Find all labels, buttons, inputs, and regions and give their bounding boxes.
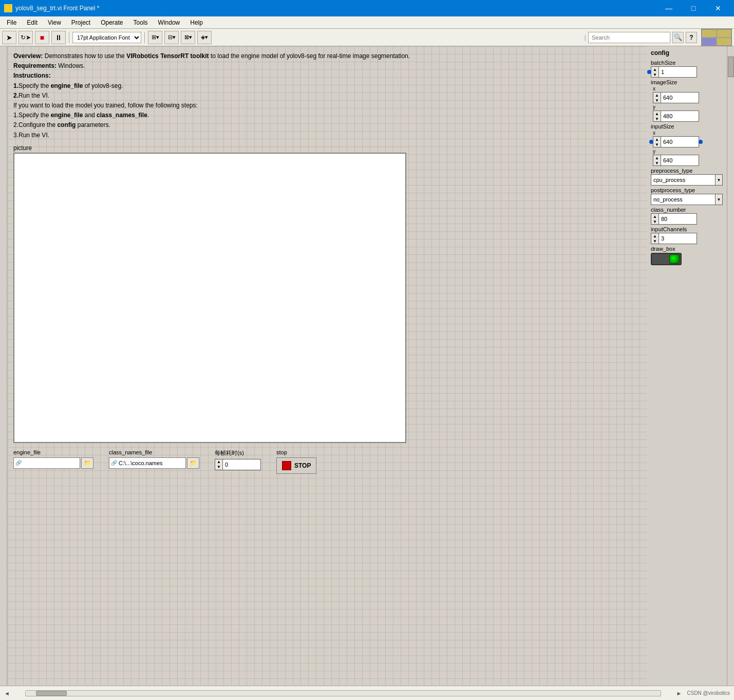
status-left-arrow[interactable]: ◄ bbox=[4, 690, 10, 696]
align-button[interactable]: ⊞▾ bbox=[148, 31, 162, 44]
batchsize-arrow-down[interactable]: ▼ bbox=[651, 72, 658, 77]
imagesize-y-field[interactable]: ▲ ▼ 480 bbox=[653, 110, 699, 122]
engine-file-box[interactable]: 🔗 bbox=[13, 457, 80, 469]
search-separator: | bbox=[585, 33, 586, 41]
inputsize-x-arrows[interactable]: ▲ ▼ bbox=[653, 137, 661, 147]
toolbar-right: | 🔍 ? bbox=[585, 29, 732, 46]
engine-file-input-group: 🔗 📁 bbox=[13, 457, 93, 469]
imagesize-x-arrows[interactable]: ▲ ▼ bbox=[653, 93, 661, 103]
right-scrollbar-thumb[interactable] bbox=[728, 57, 734, 77]
abort-button[interactable]: ■ bbox=[35, 31, 49, 44]
postprocess-type-field[interactable]: no_process ▼ bbox=[651, 194, 723, 205]
time-arrow-down[interactable]: ▼ bbox=[215, 465, 222, 470]
maximize-button[interactable]: □ bbox=[682, 0, 705, 16]
status-scrollbar[interactable] bbox=[25, 690, 661, 696]
minimize-button[interactable]: — bbox=[657, 0, 681, 16]
search-button[interactable]: 🔍 bbox=[672, 32, 684, 43]
preprocess-type-arrow[interactable]: ▼ bbox=[715, 175, 722, 185]
requirements-line: Requirements: Windows. bbox=[13, 61, 638, 71]
class-names-bold: class_names_file bbox=[97, 112, 147, 119]
time-per-frame-field[interactable]: ▲ ▼ 0 bbox=[215, 459, 261, 470]
menu-project[interactable]: Project bbox=[67, 17, 95, 28]
menu-edit[interactable]: Edit bbox=[22, 17, 42, 28]
corner-cell-4 bbox=[717, 38, 731, 46]
class-number-field[interactable]: ▲ ▼ 80 bbox=[651, 213, 697, 225]
imagesize-y-arrow-up[interactable]: ▲ bbox=[653, 111, 661, 116]
class-number-arrow-up[interactable]: ▲ bbox=[651, 214, 658, 219]
class-names-browse-button[interactable]: 📁 bbox=[187, 457, 199, 469]
input-channels-field[interactable]: ▲ ▼ 3 bbox=[651, 233, 697, 244]
postprocess-type-arrow[interactable]: ▼ bbox=[715, 194, 722, 205]
imagesize-x-arrow-down[interactable]: ▼ bbox=[653, 98, 661, 103]
menu-operate[interactable]: Operate bbox=[96, 17, 127, 28]
step2-num: 2. bbox=[13, 92, 18, 99]
inputsize-y-arrow-down[interactable]: ▼ bbox=[653, 160, 661, 165]
imagesize-x-arrow-up[interactable]: ▲ bbox=[653, 93, 661, 98]
status-right-arrow[interactable]: ► bbox=[676, 690, 682, 696]
inputsize-x-arrow-down[interactable]: ▼ bbox=[653, 142, 661, 147]
batchsize-arrows[interactable]: ▲ ▼ bbox=[651, 67, 659, 77]
class-names-file-box[interactable]: 🔗 C:\...\coco.names bbox=[109, 457, 186, 469]
inputsize-y-field[interactable]: ▲ ▼ 640 bbox=[653, 155, 699, 166]
engine-file-bold: engine_file bbox=[51, 82, 83, 89]
menu-file[interactable]: File bbox=[2, 17, 21, 28]
status-bar: ◄ ► CSDN @virobotics bbox=[0, 686, 734, 700]
status-scrollbar-thumb[interactable] bbox=[36, 691, 67, 696]
toolbar: ➤ ↻➤ ■ ⏸ 17pt Application Font ⊞▾ ⊟▾ ⊠▾ … bbox=[0, 29, 734, 46]
class-number-arrows[interactable]: ▲ ▼ bbox=[651, 214, 659, 224]
imagesize-y-arrows[interactable]: ▲ ▼ bbox=[653, 111, 661, 121]
config-title: config bbox=[651, 49, 730, 57]
inputsize-y-arrow-up[interactable]: ▲ bbox=[653, 155, 661, 160]
imagesize-label: imageSize bbox=[651, 79, 730, 85]
inputsize-x-field[interactable]: ▲ ▼ 640 bbox=[653, 136, 699, 148]
time-arrow-up[interactable]: ▲ bbox=[215, 459, 222, 465]
right-scrollbar[interactable] bbox=[727, 46, 734, 686]
overview-text: Overview: Demonstrates how to use the VI… bbox=[13, 51, 638, 140]
engine-file-browse-button[interactable]: 📁 bbox=[81, 457, 93, 469]
overview-line1: Overview: Demonstrates how to use the VI… bbox=[13, 51, 638, 61]
inputsize-x-label: x bbox=[653, 130, 730, 136]
inputsize-x-arrow-up[interactable]: ▲ bbox=[653, 137, 661, 142]
status-watermark: CSDN @virobotics bbox=[687, 690, 730, 696]
left-scroll[interactable] bbox=[0, 46, 7, 686]
menu-view[interactable]: View bbox=[43, 17, 66, 28]
draw-box-toggle[interactable] bbox=[651, 253, 682, 265]
batchsize-field[interactable]: ▲ ▼ 1 bbox=[651, 66, 697, 78]
time-arrows[interactable]: ▲ ▼ bbox=[215, 459, 223, 470]
batchsize-label: batchSize bbox=[651, 60, 730, 66]
close-button[interactable]: ✕ bbox=[706, 0, 730, 16]
font-dropdown[interactable]: 17pt Application Font bbox=[72, 32, 141, 43]
draw-box-indicator bbox=[669, 254, 680, 264]
help-button[interactable]: ? bbox=[686, 32, 697, 43]
instruction-step3a: 1.Specify the engine_file and class_name… bbox=[13, 110, 638, 120]
input-channels-arrow-up[interactable]: ▲ bbox=[651, 233, 658, 238]
pause-button[interactable]: ⏸ bbox=[51, 31, 66, 44]
stop-button[interactable]: STOP bbox=[276, 457, 316, 474]
search-input[interactable] bbox=[588, 32, 670, 43]
instruction-step1: 1.Specify the engine_file of yolov8-seg. bbox=[13, 81, 638, 91]
reorder-button[interactable]: ◈▾ bbox=[197, 31, 212, 44]
inputsize-label: inputSize bbox=[651, 123, 730, 130]
batchsize-arrow-up[interactable]: ▲ bbox=[651, 67, 658, 72]
input-channels-arrow-down[interactable]: ▼ bbox=[651, 238, 658, 244]
class-number-arrow-down[interactable]: ▼ bbox=[651, 219, 658, 224]
run-button[interactable]: ➤ bbox=[2, 31, 16, 44]
resize-button[interactable]: ⊠▾ bbox=[181, 31, 195, 44]
run-continuously-button[interactable]: ↻➤ bbox=[18, 31, 33, 44]
imagesize-y-value: 480 bbox=[661, 113, 699, 119]
overview-bold-2: VIRobotics TensorRT toolkit bbox=[126, 52, 209, 60]
imagesize-x-field[interactable]: ▲ ▼ 640 bbox=[653, 92, 699, 103]
instruction-step2: 2.Run the VI. bbox=[13, 91, 638, 101]
instructions-bold: Instructions: bbox=[13, 72, 51, 79]
menu-help[interactable]: Help bbox=[185, 17, 208, 28]
preprocess-type-field[interactable]: cpu_process ▼ bbox=[651, 174, 723, 186]
inputsize-x-value: 640 bbox=[661, 139, 699, 145]
inputsize-y-arrows[interactable]: ▲ ▼ bbox=[653, 155, 661, 165]
menu-window[interactable]: Window bbox=[154, 17, 185, 28]
inputsize-connector-right bbox=[699, 140, 703, 144]
imagesize-y-arrow-down[interactable]: ▼ bbox=[653, 116, 661, 121]
input-channels-arrows[interactable]: ▲ ▼ bbox=[651, 233, 659, 244]
content-wrapper: Overview: Demonstrates how to use the VI… bbox=[7, 46, 644, 686]
menu-tools[interactable]: Tools bbox=[129, 17, 153, 28]
distribute-button[interactable]: ⊟▾ bbox=[164, 31, 179, 44]
